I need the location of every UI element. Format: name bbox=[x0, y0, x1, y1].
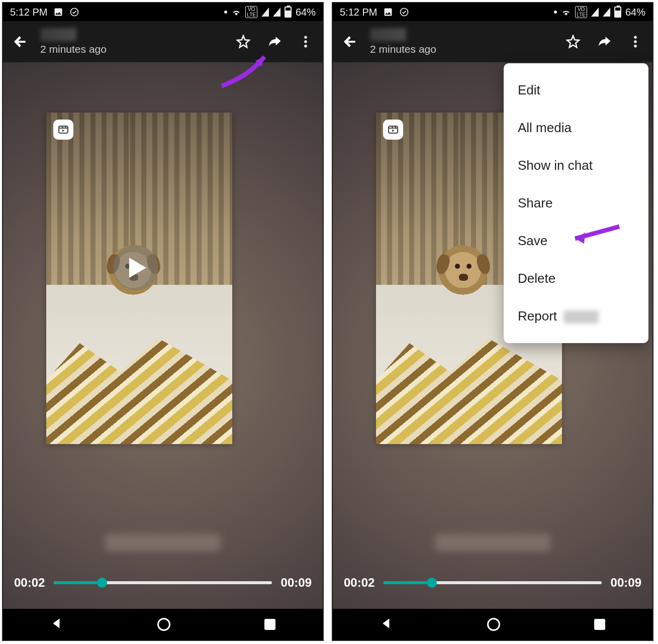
checkmark-circle-icon bbox=[399, 7, 409, 17]
overflow-menu-button[interactable] bbox=[624, 31, 646, 53]
time-total: 00:09 bbox=[281, 576, 312, 590]
message-timestamp: 2 minutes ago bbox=[40, 43, 223, 55]
media-viewer: 00:02 00:09 bbox=[3, 62, 323, 609]
nav-home-button[interactable] bbox=[487, 618, 500, 631]
forward-button[interactable] bbox=[593, 31, 615, 53]
forward-button[interactable] bbox=[263, 31, 286, 53]
signal-2-icon bbox=[273, 8, 280, 17]
time-total: 00:09 bbox=[611, 576, 641, 590]
menu-item-share[interactable]: Share bbox=[504, 184, 648, 222]
time-current: 00:02 bbox=[14, 576, 45, 590]
signal-2-icon bbox=[603, 8, 610, 17]
status-bar: 5:12 PM VOLTE 64% bbox=[3, 3, 323, 21]
reel-icon bbox=[383, 120, 403, 140]
image-icon bbox=[53, 7, 63, 17]
back-button[interactable] bbox=[9, 31, 31, 53]
menu-item-report[interactable]: Report bbox=[504, 297, 648, 335]
nav-recents-button[interactable] bbox=[264, 619, 275, 630]
report-name-redacted bbox=[563, 310, 599, 324]
svg-rect-10 bbox=[389, 126, 398, 133]
nav-home-button[interactable] bbox=[157, 618, 170, 631]
time-current: 00:02 bbox=[344, 576, 374, 590]
battery-icon bbox=[285, 7, 292, 18]
image-icon bbox=[383, 7, 393, 17]
seek-bar[interactable] bbox=[54, 581, 271, 584]
signal-1-icon bbox=[591, 8, 599, 17]
overflow-menu-button[interactable] bbox=[295, 31, 317, 53]
wifi-icon bbox=[231, 7, 241, 17]
battery-percent: 64% bbox=[296, 7, 316, 18]
menu-item-all-media[interactable]: All media bbox=[504, 109, 648, 147]
app-header: 2 minutes ago bbox=[333, 21, 652, 62]
reel-icon bbox=[53, 120, 73, 140]
signal-1-icon bbox=[261, 8, 269, 17]
dog-in-video bbox=[435, 245, 491, 300]
svg-point-8 bbox=[634, 40, 637, 43]
menu-item-edit[interactable]: Edit bbox=[504, 71, 648, 109]
contact-name-redacted bbox=[370, 28, 406, 41]
volte-badge-icon: VOLTE bbox=[245, 6, 257, 18]
svg-point-9 bbox=[634, 45, 637, 48]
back-button[interactable] bbox=[339, 31, 361, 53]
filename-redacted bbox=[435, 534, 550, 551]
menu-item-delete[interactable]: Delete bbox=[504, 260, 648, 297]
android-nav-bar bbox=[3, 609, 323, 640]
wifi-icon bbox=[561, 7, 571, 17]
playback-bar: 00:02 00:09 bbox=[3, 568, 323, 598]
status-bar: 5:12 PM VOLTE 64% bbox=[333, 3, 652, 21]
battery-icon bbox=[614, 7, 621, 18]
star-button[interactable] bbox=[562, 31, 584, 53]
playback-bar: 00:02 00:09 bbox=[333, 568, 652, 598]
status-time: 5:12 PM bbox=[10, 7, 47, 18]
android-nav-bar bbox=[333, 609, 652, 640]
contact-name-redacted bbox=[40, 28, 76, 41]
svg-point-3 bbox=[304, 45, 307, 48]
nav-back-button[interactable] bbox=[50, 617, 63, 632]
overflow-menu: Edit All media Show in chat Share Save D… bbox=[504, 63, 648, 343]
filename-redacted bbox=[105, 534, 221, 551]
app-header: 2 minutes ago bbox=[3, 21, 323, 62]
svg-point-0 bbox=[71, 9, 78, 16]
nav-back-button[interactable] bbox=[380, 617, 393, 632]
play-button[interactable] bbox=[113, 245, 158, 290]
svg-point-2 bbox=[304, 40, 307, 43]
svg-point-6 bbox=[401, 9, 408, 16]
phone-right: 5:12 PM VOLTE 64% 2 minutes ago bbox=[332, 2, 653, 641]
message-timestamp: 2 minutes ago bbox=[370, 43, 553, 55]
notification-dot-icon bbox=[554, 11, 557, 14]
menu-item-save[interactable]: Save bbox=[504, 222, 648, 260]
svg-point-7 bbox=[634, 36, 637, 39]
battery-percent: 64% bbox=[625, 7, 645, 18]
status-time: 5:12 PM bbox=[340, 7, 377, 18]
star-button[interactable] bbox=[232, 31, 254, 53]
phone-left: 5:12 PM VOLTE 64% 2 minutes ago bbox=[2, 2, 324, 641]
volte-badge-icon: VOLTE bbox=[575, 6, 587, 18]
video-preview[interactable] bbox=[46, 113, 232, 444]
seek-thumb[interactable] bbox=[427, 578, 437, 588]
contact-block[interactable]: 2 minutes ago bbox=[40, 28, 223, 55]
svg-rect-4 bbox=[59, 126, 68, 133]
contact-block[interactable]: 2 minutes ago bbox=[370, 28, 553, 55]
checkmark-circle-icon bbox=[69, 7, 79, 17]
notification-dot-icon bbox=[224, 11, 227, 14]
nav-recents-button[interactable] bbox=[594, 619, 605, 630]
menu-item-report-label: Report bbox=[518, 308, 557, 324]
svg-point-1 bbox=[304, 36, 307, 39]
seek-thumb[interactable] bbox=[97, 578, 107, 588]
menu-item-show-in-chat[interactable]: Show in chat bbox=[504, 147, 648, 184]
seek-bar[interactable] bbox=[384, 581, 601, 584]
